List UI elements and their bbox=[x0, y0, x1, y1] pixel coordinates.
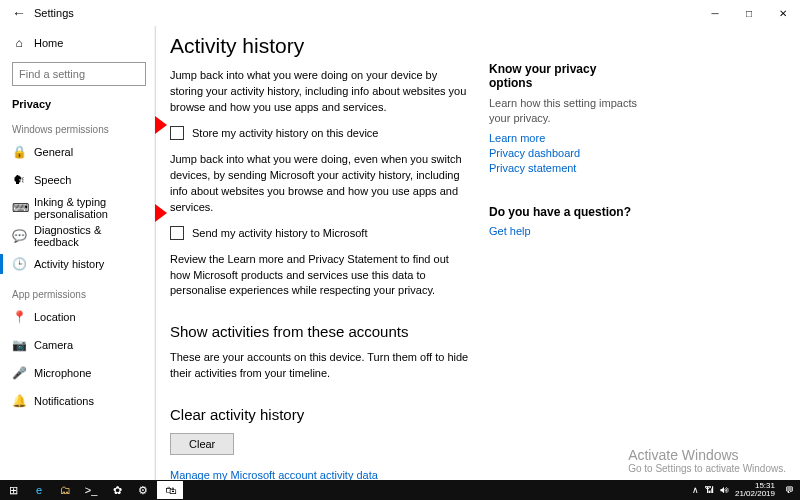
taskbar-app-edge[interactable]: e bbox=[26, 480, 52, 500]
sidebar-item-label: Location bbox=[34, 311, 76, 323]
sidebar-item-notifications[interactable]: 🔔 Notifications bbox=[12, 388, 146, 414]
sidebar-item-label: Notifications bbox=[34, 395, 94, 407]
activation-watermark: Activate Windows Go to Settings to activ… bbox=[628, 447, 786, 474]
tray-volume-icon[interactable]: 🔊︎ bbox=[720, 485, 729, 495]
location-icon: 📍 bbox=[12, 310, 26, 324]
annotation-arrow-1 bbox=[155, 116, 167, 134]
sidebar-group-permissions: Windows permissions bbox=[12, 114, 146, 137]
history-icon: 🕒 bbox=[12, 257, 26, 271]
back-button[interactable]: ← bbox=[10, 5, 28, 21]
desc-store: Jump back into what you were doing on yo… bbox=[170, 68, 470, 116]
start-button[interactable]: ⊞ bbox=[0, 480, 26, 500]
keyboard-icon: ⌨ bbox=[12, 201, 26, 215]
microphone-icon: 🎤 bbox=[12, 366, 26, 380]
checkbox-label: Store my activity history on this device bbox=[192, 127, 378, 139]
speech-icon: 🗣 bbox=[12, 173, 26, 187]
help-panel: Know your privacy options Learn how this… bbox=[475, 26, 655, 480]
sidebar-item-diagnostics[interactable]: 💬 Diagnostics & feedback bbox=[12, 223, 146, 249]
link-privacy-dashboard[interactable]: Privacy dashboard bbox=[489, 147, 641, 159]
sidebar-item-label: Speech bbox=[34, 174, 71, 186]
sidebar-item-camera[interactable]: 📷 Camera bbox=[12, 332, 146, 358]
sidebar-category: Privacy bbox=[12, 92, 146, 112]
sidebar-item-inking[interactable]: ⌨ Inking & typing personalisation bbox=[12, 195, 146, 221]
watermark-subtitle: Go to Settings to activate Windows. bbox=[628, 463, 786, 474]
maximize-button[interactable]: □ bbox=[732, 0, 766, 26]
taskbar-app-terminal[interactable]: >_ bbox=[78, 480, 104, 500]
tray-chevron-icon[interactable]: ∧ bbox=[692, 485, 699, 495]
sidebar-item-location[interactable]: 📍 Location bbox=[12, 304, 146, 330]
close-button[interactable]: ✕ bbox=[766, 0, 800, 26]
sidebar-item-label: General bbox=[34, 146, 73, 158]
search-input[interactable] bbox=[13, 68, 155, 80]
minimize-button[interactable]: ─ bbox=[698, 0, 732, 26]
bell-icon: 🔔 bbox=[12, 394, 26, 408]
checkbox-label: Send my activity history to Microsoft bbox=[192, 227, 367, 239]
taskbar-app-explorer[interactable]: 🗂︎ bbox=[52, 480, 78, 500]
heading-clear-history: Clear activity history bbox=[170, 406, 475, 423]
tray-network-icon[interactable]: 📶︎ bbox=[705, 485, 714, 495]
window-title: Settings bbox=[28, 7, 698, 19]
link-privacy-statement[interactable]: Privacy statement bbox=[489, 162, 641, 174]
sidebar-item-label: Camera bbox=[34, 339, 73, 351]
checkbox-store-activity[interactable]: Store my activity history on this device bbox=[170, 126, 475, 140]
taskbar-app-settings[interactable]: ⚙ bbox=[130, 480, 156, 500]
taskbar-clock[interactable]: 15:31 21/02/2019 bbox=[735, 482, 779, 498]
sidebar-item-microphone[interactable]: 🎤 Microphone bbox=[12, 360, 146, 386]
sidebar-home-label: Home bbox=[34, 37, 63, 49]
clock-date: 21/02/2019 bbox=[735, 490, 775, 498]
manage-account-link[interactable]: Manage my Microsoft account activity dat… bbox=[170, 469, 475, 480]
checkbox-icon bbox=[170, 226, 184, 240]
sidebar-item-label: Inking & typing personalisation bbox=[34, 196, 146, 220]
help-heading-privacy: Know your privacy options bbox=[489, 62, 641, 90]
sidebar-item-activity-history[interactable]: 🕒 Activity history bbox=[12, 251, 146, 277]
settings-content: Activity history Jump back into what you… bbox=[155, 26, 475, 480]
checkbox-icon bbox=[170, 126, 184, 140]
desc-send: Jump back into what you were doing, even… bbox=[170, 152, 470, 216]
desc-accounts: These are your accounts on this device. … bbox=[170, 350, 470, 382]
clear-button[interactable]: Clear bbox=[170, 433, 234, 455]
taskbar-app-store[interactable]: 🛍︎ bbox=[157, 481, 183, 499]
checkbox-send-activity[interactable]: Send my activity history to Microsoft bbox=[170, 226, 475, 240]
watermark-title: Activate Windows bbox=[628, 447, 786, 463]
sidebar-item-general[interactable]: 🔒 General bbox=[12, 139, 146, 165]
settings-search[interactable]: 🔍︎ bbox=[12, 62, 146, 86]
help-heading-question: Do you have a question? bbox=[489, 205, 641, 219]
desc-review: Review the Learn more and Privacy Statem… bbox=[170, 252, 470, 300]
sidebar-home[interactable]: ⌂ Home bbox=[12, 30, 146, 56]
help-text-privacy: Learn how this setting impacts your priv… bbox=[489, 96, 641, 126]
sidebar-item-speech[interactable]: 🗣 Speech bbox=[12, 167, 146, 193]
settings-sidebar: ⌂ Home 🔍︎ Privacy Windows permissions 🔒 … bbox=[0, 26, 155, 480]
camera-icon: 📷 bbox=[12, 338, 26, 352]
taskbar-app-evernote[interactable]: ✿ bbox=[104, 480, 130, 500]
link-learn-more[interactable]: Learn more bbox=[489, 132, 641, 144]
heading-show-activities: Show activities from these accounts bbox=[170, 323, 475, 340]
sidebar-group-apps: App permissions bbox=[12, 279, 146, 302]
taskbar[interactable]: ⊞ e 🗂︎ >_ ✿ ⚙ 🛍︎ ∧ 📶︎ 🔊︎ 15:31 21/02/201… bbox=[0, 480, 800, 500]
feedback-icon: 💬 bbox=[12, 229, 26, 243]
system-tray[interactable]: ∧ 📶︎ 🔊︎ 15:31 21/02/2019 💬︎ bbox=[686, 482, 800, 498]
sidebar-item-label: Activity history bbox=[34, 258, 104, 270]
sidebar-item-label: Microphone bbox=[34, 367, 91, 379]
page-heading: Activity history bbox=[170, 34, 475, 58]
link-get-help[interactable]: Get help bbox=[489, 225, 641, 237]
lock-icon: 🔒 bbox=[12, 145, 26, 159]
annotation-arrow-2 bbox=[155, 204, 167, 222]
home-icon: ⌂ bbox=[12, 36, 26, 50]
sidebar-item-label: Diagnostics & feedback bbox=[34, 224, 146, 248]
action-center-icon[interactable]: 💬︎ bbox=[785, 485, 794, 495]
